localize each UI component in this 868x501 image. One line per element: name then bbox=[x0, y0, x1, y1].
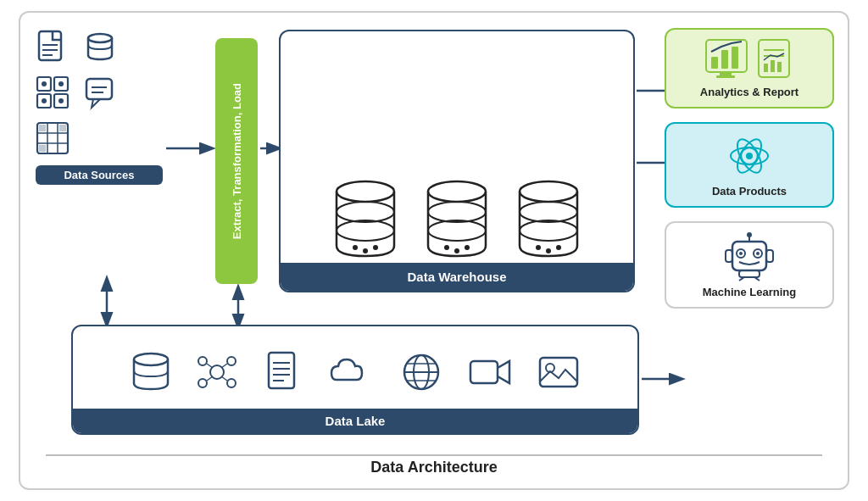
svg-point-33 bbox=[373, 245, 378, 250]
svg-point-36 bbox=[428, 220, 486, 241]
svg-point-31 bbox=[353, 245, 358, 250]
analytics-chart-icon bbox=[704, 38, 748, 81]
data-products-label: Data Products bbox=[712, 185, 787, 198]
arrow-dl-to-ml bbox=[642, 369, 688, 389]
dl-social-icon bbox=[196, 349, 238, 395]
data-lake-label: Data Lake bbox=[73, 409, 637, 433]
etl-box: Extract, Transformation, Load bbox=[215, 38, 258, 284]
svg-line-56 bbox=[221, 364, 227, 368]
data-sources-icons bbox=[36, 30, 163, 159]
dl-globe-icon bbox=[399, 349, 443, 395]
database-icon-1 bbox=[85, 30, 115, 67]
svg-rect-73 bbox=[711, 57, 718, 69]
svg-rect-81 bbox=[764, 64, 768, 72]
svg-point-39 bbox=[465, 245, 470, 250]
dl-document-icon bbox=[262, 349, 304, 395]
svg-point-12 bbox=[58, 98, 64, 103]
bottom-label: Data Architecture bbox=[370, 459, 497, 476]
dw-cylinder-1 bbox=[331, 178, 399, 263]
svg-point-40 bbox=[520, 181, 577, 202]
data-lake-box: Data Lake bbox=[71, 325, 639, 435]
svg-rect-13 bbox=[86, 79, 112, 99]
svg-point-44 bbox=[546, 248, 551, 253]
svg-rect-23 bbox=[39, 145, 46, 152]
machine-learning-label: Machine Learning bbox=[703, 286, 797, 298]
svg-point-34 bbox=[428, 181, 486, 202]
dl-database-icon bbox=[130, 349, 172, 395]
ds-row-3 bbox=[36, 121, 70, 159]
grid-icon bbox=[36, 121, 70, 159]
svg-point-52 bbox=[227, 357, 236, 365]
data-products-icon bbox=[722, 132, 776, 180]
svg-rect-22 bbox=[59, 125, 66, 131]
svg-point-4 bbox=[88, 34, 112, 42]
arrow-ds-to-dl bbox=[97, 276, 117, 328]
svg-point-53 bbox=[198, 379, 207, 387]
svg-rect-74 bbox=[721, 50, 728, 69]
people-icon bbox=[36, 75, 70, 113]
dl-video-icon bbox=[467, 349, 513, 395]
svg-rect-69 bbox=[470, 361, 498, 383]
dw-icons-row bbox=[314, 48, 599, 263]
data-warehouse-label: Data Warehouse bbox=[281, 263, 633, 291]
data-products-box: Data Products bbox=[665, 122, 834, 208]
svg-rect-21 bbox=[39, 125, 46, 131]
data-sources-label: Data Sources bbox=[36, 165, 163, 185]
svg-rect-59 bbox=[269, 353, 294, 388]
file-icon bbox=[36, 30, 70, 67]
svg-rect-83 bbox=[777, 62, 782, 72]
svg-point-54 bbox=[227, 379, 236, 387]
svg-rect-76 bbox=[720, 72, 732, 75]
diagram-container: Data Sources bbox=[19, 11, 849, 490]
analytics-icons-row bbox=[704, 38, 794, 81]
svg-rect-77 bbox=[716, 75, 735, 78]
svg-point-92 bbox=[739, 252, 743, 255]
svg-point-38 bbox=[454, 248, 459, 253]
svg-point-29 bbox=[337, 202, 394, 222]
svg-point-95 bbox=[747, 232, 752, 237]
machine-learning-icon bbox=[721, 231, 778, 281]
svg-rect-75 bbox=[732, 47, 738, 69]
svg-rect-82 bbox=[771, 60, 775, 72]
bottom-divider bbox=[46, 454, 822, 456]
ml-icon-wrap bbox=[721, 231, 778, 281]
svg-point-43 bbox=[536, 245, 541, 250]
dl-icons-row bbox=[130, 326, 581, 409]
dw-cylinder-2 bbox=[423, 178, 491, 263]
svg-point-37 bbox=[444, 245, 449, 250]
svg-point-28 bbox=[337, 181, 394, 202]
svg-point-10 bbox=[58, 81, 64, 86]
svg-point-85 bbox=[746, 153, 753, 159]
svg-point-11 bbox=[42, 98, 47, 103]
machine-learning-box: Machine Learning bbox=[665, 221, 834, 309]
svg-point-41 bbox=[520, 202, 577, 222]
ds-row-2 bbox=[36, 75, 115, 113]
svg-point-49 bbox=[134, 353, 168, 365]
data-products-icon-wrap bbox=[722, 132, 776, 180]
chat-icon bbox=[85, 75, 115, 113]
svg-point-93 bbox=[756, 252, 760, 255]
dl-cloud-icon bbox=[328, 349, 376, 395]
analytics-report-icon bbox=[755, 38, 794, 81]
svg-point-30 bbox=[337, 220, 394, 241]
svg-point-9 bbox=[42, 81, 47, 86]
data-warehouse-box: Data Warehouse bbox=[279, 30, 635, 292]
dl-image-icon bbox=[537, 349, 581, 395]
data-sources-section: Data Sources bbox=[36, 30, 163, 185]
svg-line-57 bbox=[207, 376, 213, 381]
analytics-box: Analytics & Report bbox=[665, 28, 834, 109]
svg-point-42 bbox=[520, 220, 577, 241]
svg-rect-70 bbox=[540, 358, 577, 387]
svg-point-45 bbox=[556, 245, 561, 250]
svg-line-55 bbox=[207, 364, 213, 368]
svg-point-35 bbox=[428, 202, 486, 222]
ds-row-1 bbox=[36, 30, 115, 67]
etl-label: Extract, Transformation, Load bbox=[231, 83, 243, 239]
svg-line-58 bbox=[221, 376, 227, 381]
svg-point-51 bbox=[198, 357, 207, 365]
dw-cylinder-3 bbox=[515, 178, 582, 263]
analytics-label: Analytics & Report bbox=[700, 86, 798, 98]
arrow-ds-to-etl bbox=[166, 138, 219, 159]
svg-point-32 bbox=[363, 248, 368, 253]
right-column: Analytics & Report Data Products bbox=[665, 28, 834, 309]
